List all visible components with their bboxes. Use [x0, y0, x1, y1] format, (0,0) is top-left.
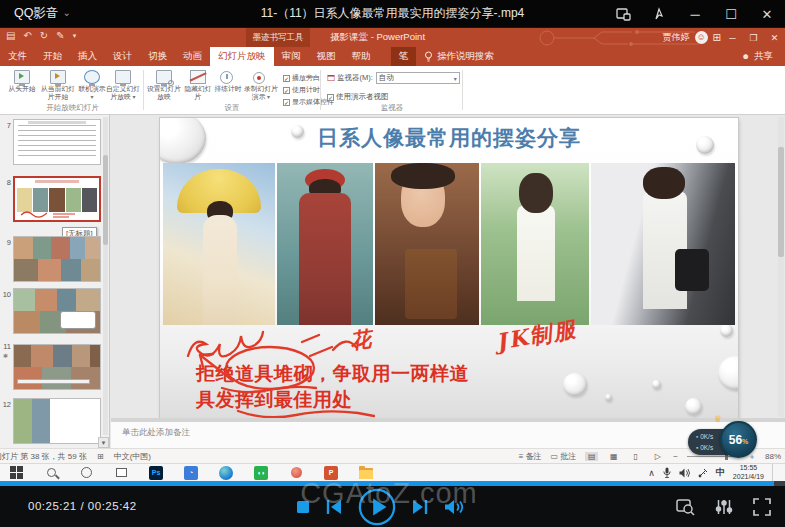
person-icon: ☻ [742, 52, 750, 61]
group-label-setup: 设置 [147, 103, 317, 113]
usb-plug-icon[interactable] [698, 468, 708, 478]
group-divider [143, 70, 144, 110]
ppt-restore-button[interactable]: ❐ [743, 28, 764, 47]
red-annotation-text-line2: 具发挥到最佳用处 [196, 387, 352, 413]
qat-dropdown-icon[interactable]: ▾ [73, 32, 77, 40]
next-button[interactable] [411, 499, 429, 515]
maximize-button[interactable]: ☐ [713, 0, 749, 28]
taskbar-app-icon[interactable] [289, 466, 303, 480]
taskbar-wechat-icon[interactable]: ◖◗ [254, 466, 268, 480]
memory-usage-ball[interactable]: 56% [720, 421, 757, 458]
ppt-titlebar: ▤ ↶ ↻ ✎ ▾ 墨迹书写工具 摄影课堂 - PowerPoint 贾伟婷 ☺… [0, 28, 785, 47]
taskbar-clock[interactable]: 15:55 2021/4/19 [733, 464, 764, 482]
popout-arrow-icon[interactable] [641, 0, 677, 28]
stop-button[interactable] [296, 500, 310, 514]
ribbon-display-options-icon[interactable]: ⊞ [713, 32, 721, 43]
fullscreen-icon[interactable] [753, 498, 771, 516]
task-view-icon[interactable] [114, 466, 128, 480]
tab-animations[interactable]: 动画 [175, 47, 210, 66]
comments-toggle[interactable]: ▭ 批注 [551, 451, 577, 462]
search-icon[interactable] [44, 466, 58, 480]
speaker-icon[interactable] [679, 468, 690, 478]
tab-home[interactable]: 开始 [35, 47, 70, 66]
speed-ball-widget[interactable]: ♛ ▪ 0K/s ▪ 0K/s 56% [688, 414, 760, 460]
undo-icon[interactable]: ↶ [23, 30, 31, 41]
video-capture-icon[interactable] [676, 498, 695, 516]
share-button[interactable]: ☻ 共享 [730, 47, 785, 66]
tab-help[interactable]: 帮助 [344, 47, 379, 66]
screenshot-icon[interactable] [605, 0, 641, 28]
slide-sorter-view-button[interactable]: ▦ [607, 452, 620, 461]
close-button[interactable]: ✕ [749, 0, 785, 28]
reading-view-button[interactable]: ▯ [629, 452, 642, 461]
zoom-level[interactable]: 88% [765, 452, 781, 461]
monitor-dropdown[interactable]: 🗖 监视器(M): 自动▾ [327, 72, 460, 84]
tab-design[interactable]: 设计 [105, 47, 140, 66]
taskbar-netdisk-icon[interactable]: ◔ [184, 466, 198, 480]
slide-thumbnail-9[interactable] [13, 236, 101, 282]
language-status[interactable]: 中文(中国) [114, 451, 151, 462]
sidebar-scrollbar[interactable] [103, 117, 108, 435]
slide-thumbnail-12[interactable] [13, 398, 101, 444]
ink-icon[interactable]: ✎ [56, 30, 64, 41]
ppt-close-button[interactable]: ✕ [764, 28, 785, 47]
tab-file[interactable]: 文件 [0, 47, 35, 66]
avatar[interactable]: ☺ [695, 31, 708, 44]
taskbar-edge-icon[interactable] [219, 466, 233, 480]
ppt-minimize-button[interactable]: ─ [722, 28, 743, 47]
microphone-icon[interactable] [663, 467, 671, 478]
bubble-decoration [605, 394, 612, 401]
tab-slideshow[interactable]: 幻灯片放映 [210, 47, 274, 66]
notes-toggle[interactable]: ≡ 备注 [519, 451, 542, 462]
slide-canvas[interactable]: 日系人像最常用的摆姿分享 拒绝道具堆砌，争取用一两样道 具发挥到最佳用处 花 J… [160, 118, 738, 423]
tray-chevron-icon[interactable]: ∧ [648, 468, 655, 478]
redo-icon[interactable]: ↻ [40, 30, 48, 41]
slide-title: 日系人像最常用的摆姿分享 [160, 124, 738, 152]
slide-number: 10 [2, 290, 11, 299]
slide-area-scrollbar[interactable] [778, 117, 784, 417]
cortana-icon[interactable] [79, 466, 93, 480]
playlist-settings-icon[interactable] [715, 498, 733, 516]
previous-button[interactable] [325, 499, 343, 515]
slide-thumbnail-8-selected[interactable] [13, 176, 101, 222]
normal-view-button[interactable]: ▤ [585, 452, 598, 461]
app-menu-button[interactable]: QQ影音 ⌄ [0, 0, 81, 27]
slideshow-view-button[interactable]: ▷ [651, 452, 664, 461]
tell-me-search[interactable]: 操作说明搜索 [416, 47, 502, 66]
sidebar-scroll-down-button[interactable]: ▼ [98, 437, 109, 448]
volume-icon[interactable] [444, 499, 464, 515]
save-icon[interactable]: ▤ [6, 30, 15, 41]
slide-thumbnail-7[interactable] [13, 119, 101, 165]
checkbox-presenter-view[interactable]: ✓使用演示者视图 [327, 92, 389, 102]
record-icon [253, 70, 269, 84]
minimize-button[interactable]: ─ [677, 0, 713, 28]
crown-icon: ♛ [714, 414, 722, 424]
spellcheck-icon[interactable]: ⊞ [97, 452, 104, 461]
tab-pen[interactable]: 笔 [391, 47, 417, 66]
play-button[interactable] [358, 488, 396, 526]
clock-icon [220, 70, 236, 84]
ime-indicator[interactable]: 中 [716, 466, 725, 479]
group-label-monitors: 监视器 [324, 103, 460, 113]
app-name: QQ影音 [14, 5, 58, 22]
tab-view[interactable]: 视图 [309, 47, 344, 66]
slide-thumbnail-11[interactable] [13, 344, 101, 390]
checkbox-use-timings[interactable]: ✓使用计时 [283, 85, 320, 95]
zoom-out-button[interactable]: − [673, 452, 678, 461]
checkbox-play-narrations[interactable]: ✓播放旁白 [283, 73, 320, 83]
tab-transitions[interactable]: 切换 [140, 47, 175, 66]
taskbar-explorer-icon[interactable] [359, 466, 373, 480]
tab-insert[interactable]: 插入 [70, 47, 105, 66]
photo-girl-closeup-with-briefcase [375, 163, 479, 325]
thumbnail-callout-box [60, 311, 96, 329]
bubble-decoration [720, 324, 733, 337]
show-desktop-button[interactable] [772, 464, 777, 482]
taskbar-photoshop-icon[interactable]: Ps [149, 466, 163, 480]
chevron-down-icon: ⌄ [62, 7, 70, 18]
start-button[interactable] [9, 466, 23, 480]
notes-pane[interactable]: 单击此处添加备注 [111, 422, 785, 448]
tab-review[interactable]: 审阅 [274, 47, 309, 66]
taskbar-powerpoint-icon[interactable]: P [324, 466, 338, 480]
slide-thumbnail-10[interactable] [13, 288, 101, 334]
user-name[interactable]: 贾伟婷 [663, 31, 690, 44]
